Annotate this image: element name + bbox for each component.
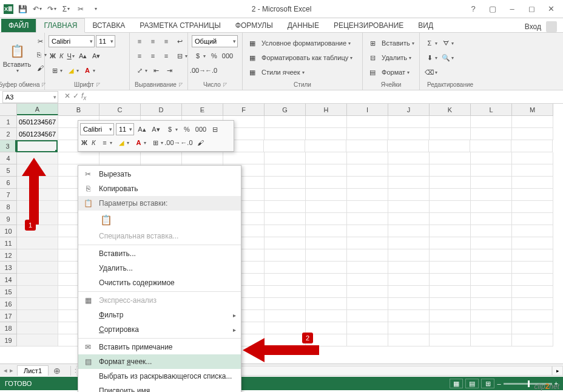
cell-L8[interactable] xyxy=(471,201,512,213)
login-link[interactable]: Вход xyxy=(525,22,541,31)
cell-M6[interactable] xyxy=(512,177,553,189)
cell-I5[interactable] xyxy=(347,164,388,177)
cell-I19[interactable] xyxy=(347,334,388,346)
font-color-button[interactable]: A▾ xyxy=(81,64,96,76)
mini-bold[interactable]: Ж xyxy=(80,138,89,147)
cell-K7[interactable] xyxy=(430,189,471,201)
cell-G15[interactable] xyxy=(265,286,306,298)
colhdr-C[interactable]: C xyxy=(99,104,141,116)
cell-A12[interactable] xyxy=(17,249,58,262)
cell-J10[interactable] xyxy=(388,225,430,237)
cell-K1[interactable] xyxy=(430,116,471,128)
cell-M16[interactable] xyxy=(512,298,553,310)
conditional-formatting-button[interactable]: ▦ Условное форматирование▾ xyxy=(246,37,359,49)
tab-formulas[interactable]: ФОРМУЛЫ xyxy=(228,19,280,32)
ctx-sort[interactable]: Сортировка▸ xyxy=(78,322,241,337)
cell-M4[interactable] xyxy=(512,152,553,164)
ctx-insert[interactable]: Вставить... xyxy=(78,246,241,261)
mini-decrease-font[interactable]: A▾ xyxy=(150,123,162,135)
cell-K4[interactable] xyxy=(430,152,471,164)
tab-insert[interactable]: ВСТАВКА xyxy=(85,19,132,32)
cell-G19[interactable] xyxy=(265,334,306,346)
colhdr-D[interactable]: D xyxy=(141,104,182,116)
cell-L16[interactable] xyxy=(471,298,512,310)
cell-A5[interactable] xyxy=(17,164,58,177)
mini-currency[interactable]: $▾ xyxy=(164,123,179,135)
cell-C4[interactable] xyxy=(99,152,141,164)
ctx-cut[interactable]: ✂Вырезать xyxy=(78,167,241,181)
comma-button[interactable]: 000 xyxy=(221,50,234,62)
font-dialog-icon[interactable]: ◸ xyxy=(96,82,100,87)
cell-L12[interactable] xyxy=(471,249,512,262)
tab-data[interactable]: ДАННЫЕ xyxy=(280,19,326,32)
tab-home[interactable]: ГЛАВНАЯ xyxy=(36,18,85,33)
cell-L7[interactable] xyxy=(471,189,512,201)
cell-A4[interactable] xyxy=(17,152,58,164)
dec-decimal-button[interactable]: ←.0 xyxy=(205,64,217,76)
cell-J7[interactable] xyxy=(388,189,430,201)
cell-L10[interactable] xyxy=(471,225,512,237)
cell-M18[interactable] xyxy=(512,322,553,334)
cell-L5[interactable] xyxy=(471,164,512,177)
colhdr-F[interactable]: F xyxy=(223,104,265,116)
cell-G12[interactable] xyxy=(265,249,306,262)
colhdr-M[interactable]: M xyxy=(512,104,553,116)
wrap-text-button[interactable]: ↩ xyxy=(174,35,186,47)
colhdr-I[interactable]: I xyxy=(347,104,388,116)
rowhdr-1[interactable]: 1 xyxy=(0,116,17,128)
cell-H18[interactable] xyxy=(306,322,347,334)
cell-K18[interactable] xyxy=(430,322,471,334)
cell-J5[interactable] xyxy=(388,164,430,177)
colhdr-L[interactable]: L xyxy=(471,104,512,116)
cell-M15[interactable] xyxy=(512,286,553,298)
cell-I3[interactable] xyxy=(346,140,388,152)
view-page-break-icon[interactable]: ⊞ xyxy=(481,379,494,388)
find-select-button[interactable]: 🔍▾ xyxy=(440,52,455,64)
cell-I12[interactable] xyxy=(347,249,388,262)
paste-default-icon[interactable]: 📋 xyxy=(99,212,113,227)
cell-G10[interactable] xyxy=(265,225,306,237)
cell-A14[interactable] xyxy=(17,274,58,286)
maximize-icon[interactable]: ◻ xyxy=(523,3,540,15)
cancel-formula-icon[interactable]: ✕ xyxy=(64,92,70,101)
cell-G2[interactable] xyxy=(265,128,306,140)
cell-M14[interactable] xyxy=(512,274,553,286)
cell-L17[interactable] xyxy=(471,310,512,322)
cell-M3[interactable] xyxy=(511,140,553,152)
cell-H19[interactable] xyxy=(306,334,347,346)
cell-I2[interactable] xyxy=(347,128,388,140)
align-top-button[interactable]: ≡ xyxy=(133,35,146,47)
qat-customize-icon[interactable]: ▾ xyxy=(90,4,101,15)
sort-filter-button[interactable]: ᗊ▾ xyxy=(440,37,455,49)
cells-insert-button[interactable]: ⊞ Вставить▾ xyxy=(366,37,416,49)
cell-J14[interactable] xyxy=(388,274,430,286)
cell-A10[interactable] xyxy=(17,225,58,237)
cell-D4[interactable] xyxy=(141,152,182,164)
cell-H6[interactable] xyxy=(306,177,347,189)
rowhdr-18[interactable]: 18 xyxy=(0,322,17,334)
cell-G13[interactable] xyxy=(265,262,306,274)
cell-M10[interactable] xyxy=(512,225,553,237)
cell-A13[interactable] xyxy=(17,262,58,274)
align-bottom-button[interactable]: ≡ xyxy=(160,35,172,47)
mini-borders[interactable]: ⊞▾ xyxy=(149,137,164,149)
cell-L15[interactable] xyxy=(471,286,512,298)
number-format-combo[interactable]: Общий xyxy=(192,35,238,47)
font-size-combo[interactable]: 11 xyxy=(96,35,115,47)
cell-G3[interactable] xyxy=(264,140,305,152)
cell-G1[interactable] xyxy=(265,116,306,128)
borders-button[interactable]: ⊞▾ xyxy=(49,64,64,76)
cell-G4[interactable] xyxy=(265,152,306,164)
cell-I9[interactable] xyxy=(347,213,388,225)
align-right-button[interactable]: ≡ xyxy=(160,50,172,62)
dec-indent-button[interactable]: ⇤ xyxy=(150,64,162,76)
view-normal-icon[interactable]: ▦ xyxy=(450,379,463,388)
rowhdr-17[interactable]: 17 xyxy=(0,310,17,322)
cell-H9[interactable] xyxy=(306,213,347,225)
cell-G17[interactable] xyxy=(265,310,306,322)
cell-A8[interactable] xyxy=(17,201,58,213)
align-center-button[interactable]: ≡ xyxy=(147,50,159,62)
qat-undo-icon[interactable]: ↶▾ xyxy=(32,4,42,15)
cell-E4[interactable] xyxy=(182,152,223,164)
cell-F4[interactable] xyxy=(223,152,265,164)
